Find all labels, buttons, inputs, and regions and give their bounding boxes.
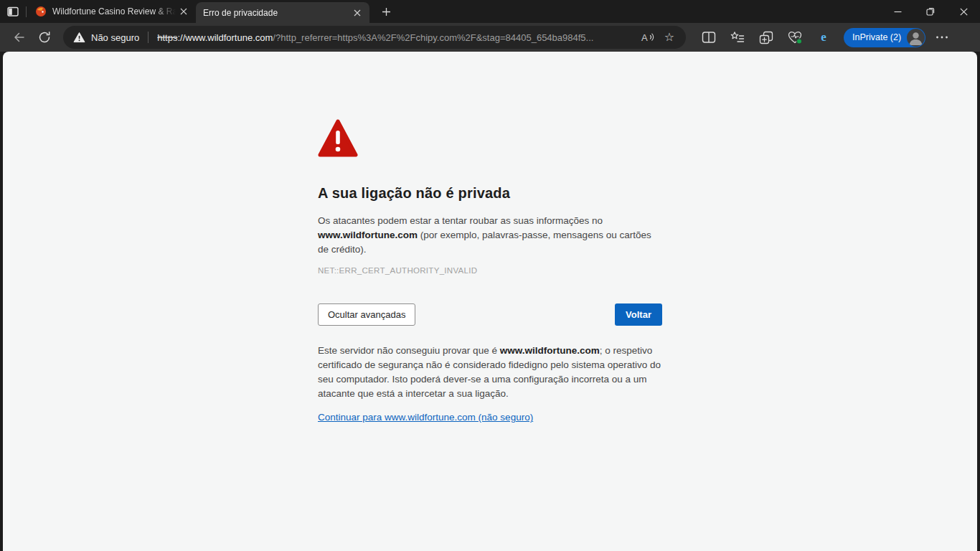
error-code: NET::ERR_CERT_AUTHORITY_INVALID	[318, 266, 666, 275]
ie-mode-icon: e	[821, 30, 826, 44]
refresh-icon	[38, 31, 51, 44]
restore-icon	[926, 7, 935, 16]
refresh-button[interactable]	[32, 25, 57, 50]
inprivate-badge[interactable]: InPrivate (2)	[844, 28, 925, 47]
new-tab-button[interactable]	[375, 1, 397, 22]
tab-actions-icon	[6, 4, 20, 19]
collections-button[interactable]	[753, 25, 779, 50]
advanced-domain: www.wildfortune.com	[500, 345, 600, 356]
plus-icon	[382, 7, 391, 17]
browser-toolbar: Não seguro https://www.wildfortune.com/?…	[0, 23, 980, 52]
minimize-icon	[894, 8, 902, 16]
tab-privacy-error[interactable]: Erro de privacidade	[196, 2, 369, 23]
error-description: Os atacantes podem estar a tentar roubar…	[318, 214, 661, 257]
tab-title: Wildfortune Casino Review & Rat	[52, 6, 177, 17]
url-divider	[148, 32, 149, 43]
site-security-chip[interactable]: Não seguro	[73, 32, 148, 43]
privacy-error-panel: A sua ligação não é privada Os atacantes…	[318, 118, 666, 423]
error-description-text: Os atacantes podem estar a tentar roubar…	[318, 215, 603, 226]
read-aloud-button[interactable]: A	[637, 27, 659, 47]
url-host: ://www.wildfortune.com	[177, 32, 273, 43]
add-favorite-button[interactable]: ☆	[659, 27, 680, 47]
favorites-button[interactable]	[725, 25, 750, 50]
minimize-button[interactable]	[881, 0, 914, 23]
url-text: https://www.wildfortune.com/?http_referr…	[157, 32, 637, 43]
address-bar[interactable]: Não seguro https://www.wildfortune.com/?…	[63, 26, 686, 49]
web-content-area: A sua ligação não é privada Os atacantes…	[3, 52, 977, 551]
settings-more-button[interactable]	[930, 25, 954, 50]
window-controls	[881, 0, 980, 23]
proceed-unsafe-link[interactable]: Continuar para www.wildfortune.com (não …	[318, 412, 533, 423]
error-domain: www.wildfortune.com	[318, 230, 418, 240]
back-arrow-icon	[12, 31, 25, 44]
collections-icon	[759, 31, 773, 44]
profile-avatar	[907, 29, 925, 47]
danger-triangle-icon	[318, 118, 358, 159]
inprivate-label: InPrivate (2)	[852, 32, 901, 42]
svg-text:A: A	[641, 32, 648, 43]
browser-essentials-heart-icon	[788, 31, 803, 44]
split-screen-icon	[702, 31, 716, 44]
ellipsis-icon	[936, 35, 948, 39]
tab-close-icon[interactable]	[177, 5, 190, 18]
read-aloud-icon: A	[641, 31, 655, 44]
url-path: /?http_referrer=https%3A%2F%2Fchipy.com%…	[273, 32, 593, 43]
favorites-star-list-icon	[730, 31, 745, 44]
close-icon	[960, 8, 968, 16]
advanced-description: Este servidor não conseguiu provar que é…	[318, 344, 671, 401]
hide-advanced-button[interactable]: Ocultar avançadas	[318, 303, 415, 326]
tab-title: Erro de privacidade	[203, 8, 351, 18]
security-label: Não seguro	[91, 32, 139, 43]
split-screen-button[interactable]	[696, 25, 722, 50]
close-window-button[interactable]	[947, 0, 980, 23]
go-back-button[interactable]: Voltar	[615, 303, 662, 326]
tab-strip: Wildfortune Casino Review & Rat Erro de …	[0, 0, 980, 23]
url-scheme: https	[157, 32, 177, 43]
restore-button[interactable]	[914, 0, 947, 23]
tab-wildfortune[interactable]: Wildfortune Casino Review & Rat	[28, 0, 196, 23]
tab-close-icon[interactable]	[351, 6, 364, 19]
advanced-description-text: Este servidor não conseguiu provar que é	[318, 345, 500, 356]
star-icon: ☆	[664, 32, 674, 43]
not-secure-warning-icon	[73, 32, 85, 43]
error-heading: A sua ligação não é privada	[318, 185, 666, 202]
back-button[interactable]	[6, 25, 32, 50]
error-actions: Ocultar avançadas Voltar	[318, 303, 662, 326]
ie-mode-extension-button[interactable]: e	[811, 25, 837, 50]
tab-actions-button[interactable]	[0, 0, 26, 23]
wildfortune-favicon-icon	[35, 6, 47, 17]
tab-divider	[26, 6, 27, 17]
browser-essentials-button[interactable]	[782, 25, 808, 50]
